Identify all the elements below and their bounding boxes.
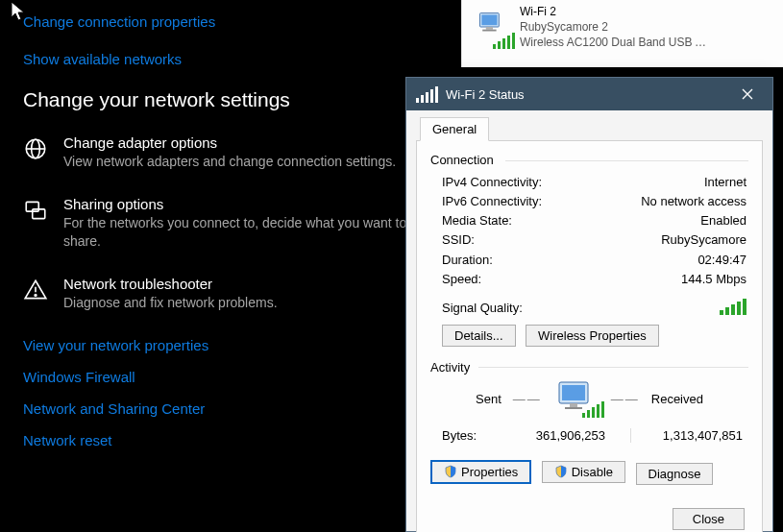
details-button[interactable]: Details... bbox=[442, 325, 516, 347]
option-change-adapter[interactable]: Change adapter options View network adap… bbox=[23, 134, 417, 171]
svg-rect-9 bbox=[486, 27, 493, 30]
option-title: Change adapter options bbox=[63, 134, 417, 151]
sent-label: Sent bbox=[476, 392, 502, 406]
wifi-status-dialog: Wi-Fi 2 Status General Connection IPv4 C… bbox=[405, 77, 773, 532]
group-activity: Activity Sent —— bbox=[430, 360, 748, 443]
shield-icon bbox=[444, 465, 457, 478]
row-ipv6: IPv6 Connectivity:No network access bbox=[442, 192, 746, 211]
tab-panel-general: Connection IPv4 Connectivity:Internet IP… bbox=[416, 141, 763, 532]
network-card-wifi2[interactable]: Wi-Fi 2 RubySycamore 2 Wireless AC1200 D… bbox=[472, 2, 722, 53]
bytes-received: 1,313,407,851 bbox=[637, 428, 746, 443]
svg-rect-8 bbox=[481, 15, 497, 26]
close-button[interactable]: Close bbox=[673, 508, 745, 530]
bytes-sent: 361,906,253 bbox=[500, 428, 624, 443]
network-adapter-icon bbox=[476, 10, 510, 44]
disable-button[interactable]: Disable bbox=[542, 461, 625, 483]
netcard-name: Wi-Fi 2 bbox=[520, 4, 712, 19]
sharing-icon bbox=[23, 198, 48, 223]
svg-rect-10 bbox=[482, 30, 496, 32]
option-title: Sharing options bbox=[63, 196, 417, 212]
row-bytes: Bytes: 361,906,253 1,313,407,851 bbox=[430, 428, 748, 443]
wireless-properties-button[interactable]: Wireless Properties bbox=[526, 325, 659, 347]
globe-icon bbox=[23, 136, 48, 161]
svg-point-6 bbox=[35, 294, 37, 296]
row-duration: Duration:02:49:47 bbox=[442, 251, 746, 270]
svg-rect-12 bbox=[562, 385, 585, 400]
properties-button[interactable]: Properties bbox=[430, 460, 531, 484]
signal-bars-icon bbox=[720, 299, 746, 315]
received-label: Received bbox=[651, 392, 703, 406]
diagnose-button[interactable]: Diagnose bbox=[636, 463, 714, 485]
tab-general[interactable]: General bbox=[420, 117, 489, 141]
netcard-adapter: Wireless AC1200 Dual Band USB A... bbox=[520, 35, 712, 50]
group-label: Connection bbox=[430, 153, 748, 167]
svg-rect-14 bbox=[565, 407, 582, 409]
dialog-title: Wi-Fi 2 Status bbox=[446, 87, 726, 102]
option-title: Network troubleshooter bbox=[63, 276, 417, 292]
option-desc: For the networks you connect to, decide … bbox=[63, 214, 417, 251]
tab-strip: General bbox=[416, 116, 763, 141]
monitor-icon bbox=[553, 380, 599, 419]
row-ipv4: IPv4 Connectivity:Internet bbox=[442, 173, 746, 192]
option-desc: Diagnose and fix network problems. bbox=[63, 294, 417, 312]
row-media-state: Media State:Enabled bbox=[442, 211, 746, 230]
svg-rect-13 bbox=[570, 403, 577, 407]
option-desc: View network adapters and change connect… bbox=[63, 153, 417, 171]
row-ssid: SSID:RubySycamore bbox=[442, 230, 746, 250]
netcard-ssid: RubySycamore 2 bbox=[520, 19, 712, 35]
group-label: Activity bbox=[430, 360, 748, 375]
option-sharing[interactable]: Sharing options For the networks you con… bbox=[23, 196, 417, 251]
group-connection: Connection IPv4 Connectivity:Internet IP… bbox=[430, 153, 748, 347]
close-icon[interactable] bbox=[726, 80, 769, 109]
row-signal-quality: Signal Quality: bbox=[430, 299, 748, 315]
signal-icon bbox=[416, 86, 438, 103]
dialog-titlebar[interactable]: Wi-Fi 2 Status bbox=[406, 78, 772, 110]
option-troubleshooter[interactable]: Network troubleshooter Diagnose and fix … bbox=[23, 276, 417, 312]
warning-icon bbox=[23, 278, 48, 302]
control-panel-strip: Wi-Fi 2 RubySycamore 2 Wireless AC1200 D… bbox=[461, 0, 783, 67]
shield-icon bbox=[554, 465, 568, 478]
activity-graphic: Sent —— —— Received bbox=[430, 380, 748, 419]
row-speed: Speed:144.5 Mbps bbox=[442, 270, 746, 289]
